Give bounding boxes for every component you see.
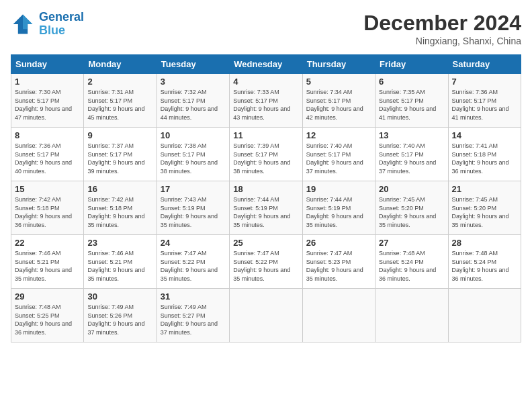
location: Ningxiang, Shanxi, China [363,36,521,46]
calendar-cell [375,289,448,342]
calendar-week-row: 8Sunrise: 7:36 AM Sunset: 5:17 PM Daylig… [11,128,521,181]
day-number: 31 [161,291,226,302]
day-number: 5 [306,77,371,87]
calendar-cell: 11Sunrise: 7:39 AM Sunset: 5:17 PM Dayli… [230,128,302,181]
day-info: Sunrise: 7:35 AM Sunset: 5:17 PM Dayligh… [379,88,444,122]
calendar-table: SundayMondayTuesdayWednesdayThursdayFrid… [11,54,521,342]
day-number: 16 [87,184,152,194]
month-title: December 2024 [363,11,521,36]
day-number: 8 [15,130,80,140]
calendar-cell: 6Sunrise: 7:35 AM Sunset: 5:17 PM Daylig… [375,74,448,128]
day-number: 20 [379,184,444,194]
day-number: 6 [379,77,444,87]
day-number: 17 [161,184,226,194]
page-header: GeneralBlue December 2024 Ningxiang, Sha… [11,11,521,46]
calendar-cell: 13Sunrise: 7:40 AM Sunset: 5:17 PM Dayli… [375,128,448,181]
day-info: Sunrise: 7:44 AM Sunset: 5:19 PM Dayligh… [306,195,371,229]
calendar-cell: 31Sunrise: 7:49 AM Sunset: 5:27 PM Dayli… [157,289,229,342]
calendar-cell [302,289,375,342]
day-number: 15 [15,184,80,194]
weekday-header-thursday: Thursday [302,55,375,74]
weekday-header-monday: Monday [84,55,157,74]
title-block: December 2024 Ningxiang, Shanxi, China [363,11,521,46]
day-number: 7 [452,77,517,87]
calendar-week-row: 1Sunrise: 7:30 AM Sunset: 5:17 PM Daylig… [11,74,521,128]
day-number: 28 [452,238,517,248]
day-number: 10 [161,130,226,140]
calendar-cell: 29Sunrise: 7:48 AM Sunset: 5:25 PM Dayli… [11,289,84,342]
day-info: Sunrise: 7:41 AM Sunset: 5:18 PM Dayligh… [452,142,517,175]
day-info: Sunrise: 7:40 AM Sunset: 5:17 PM Dayligh… [306,142,371,175]
calendar-cell: 28Sunrise: 7:48 AM Sunset: 5:24 PM Dayli… [448,235,521,289]
calendar-cell: 21Sunrise: 7:45 AM Sunset: 5:20 PM Dayli… [448,181,521,235]
calendar-cell: 27Sunrise: 7:48 AM Sunset: 5:24 PM Dayli… [375,235,448,289]
weekday-header-friday: Friday [375,55,448,74]
day-info: Sunrise: 7:46 AM Sunset: 5:21 PM Dayligh… [15,249,80,283]
day-info: Sunrise: 7:37 AM Sunset: 5:17 PM Dayligh… [87,142,152,175]
calendar-cell [448,289,521,342]
weekday-header-tuesday: Tuesday [157,55,229,74]
day-number: 2 [87,77,152,87]
calendar-cell: 10Sunrise: 7:38 AM Sunset: 5:17 PM Dayli… [157,128,229,181]
weekday-header-saturday: Saturday [448,55,521,74]
calendar-cell: 9Sunrise: 7:37 AM Sunset: 5:17 PM Daylig… [84,128,157,181]
day-info: Sunrise: 7:30 AM Sunset: 5:17 PM Dayligh… [15,88,80,122]
calendar-week-row: 22Sunrise: 7:46 AM Sunset: 5:21 PM Dayli… [11,235,521,289]
calendar-cell: 22Sunrise: 7:46 AM Sunset: 5:21 PM Dayli… [11,235,84,289]
day-info: Sunrise: 7:34 AM Sunset: 5:17 PM Dayligh… [306,88,371,122]
calendar-cell: 7Sunrise: 7:36 AM Sunset: 5:17 PM Daylig… [448,74,521,128]
calendar-cell: 14Sunrise: 7:41 AM Sunset: 5:18 PM Dayli… [448,128,521,181]
calendar-cell: 18Sunrise: 7:44 AM Sunset: 5:19 PM Dayli… [230,181,302,235]
calendar-cell: 25Sunrise: 7:47 AM Sunset: 5:22 PM Dayli… [230,235,302,289]
day-info: Sunrise: 7:47 AM Sunset: 5:22 PM Dayligh… [161,249,226,283]
calendar-cell: 1Sunrise: 7:30 AM Sunset: 5:17 PM Daylig… [11,74,84,128]
day-number: 12 [306,130,371,140]
day-info: Sunrise: 7:45 AM Sunset: 5:20 PM Dayligh… [379,195,444,229]
logo: GeneralBlue [11,11,84,38]
day-number: 1 [15,77,80,87]
day-info: Sunrise: 7:48 AM Sunset: 5:24 PM Dayligh… [452,249,517,283]
day-number: 25 [233,238,298,248]
day-info: Sunrise: 7:47 AM Sunset: 5:22 PM Dayligh… [233,249,298,283]
day-info: Sunrise: 7:49 AM Sunset: 5:27 PM Dayligh… [161,303,226,336]
svg-marker-1 [23,14,32,29]
day-number: 11 [233,130,298,140]
day-info: Sunrise: 7:32 AM Sunset: 5:17 PM Dayligh… [161,88,226,122]
day-number: 18 [233,184,298,194]
day-info: Sunrise: 7:43 AM Sunset: 5:19 PM Dayligh… [161,195,226,229]
day-number: 24 [161,238,226,248]
calendar-cell: 26Sunrise: 7:47 AM Sunset: 5:23 PM Dayli… [302,235,375,289]
calendar-cell: 4Sunrise: 7:33 AM Sunset: 5:17 PM Daylig… [230,74,302,128]
day-number: 29 [15,291,80,302]
day-info: Sunrise: 7:36 AM Sunset: 5:17 PM Dayligh… [15,142,80,175]
day-info: Sunrise: 7:49 AM Sunset: 5:26 PM Dayligh… [87,303,152,336]
day-number: 23 [87,238,152,248]
day-number: 21 [452,184,517,194]
day-info: Sunrise: 7:42 AM Sunset: 5:18 PM Dayligh… [87,195,152,229]
calendar-week-row: 29Sunrise: 7:48 AM Sunset: 5:25 PM Dayli… [11,289,521,342]
day-info: Sunrise: 7:44 AM Sunset: 5:19 PM Dayligh… [233,195,298,229]
weekday-header-wednesday: Wednesday [230,55,302,74]
day-info: Sunrise: 7:48 AM Sunset: 5:25 PM Dayligh… [15,303,80,336]
day-info: Sunrise: 7:33 AM Sunset: 5:17 PM Dayligh… [233,88,298,122]
weekday-header-row: SundayMondayTuesdayWednesdayThursdayFrid… [11,55,521,74]
calendar-cell [230,289,302,342]
calendar-cell: 3Sunrise: 7:32 AM Sunset: 5:17 PM Daylig… [157,74,229,128]
day-info: Sunrise: 7:31 AM Sunset: 5:17 PM Dayligh… [87,88,152,122]
day-number: 4 [233,77,298,87]
calendar-cell: 5Sunrise: 7:34 AM Sunset: 5:17 PM Daylig… [302,74,375,128]
day-number: 27 [379,238,444,248]
day-info: Sunrise: 7:45 AM Sunset: 5:20 PM Dayligh… [452,195,517,229]
calendar-cell: 24Sunrise: 7:47 AM Sunset: 5:22 PM Dayli… [157,235,229,289]
calendar-cell: 16Sunrise: 7:42 AM Sunset: 5:18 PM Dayli… [84,181,157,235]
weekday-header-sunday: Sunday [11,55,84,74]
day-info: Sunrise: 7:47 AM Sunset: 5:23 PM Dayligh… [306,249,371,283]
day-info: Sunrise: 7:36 AM Sunset: 5:17 PM Dayligh… [452,88,517,122]
day-number: 22 [15,238,80,248]
calendar-cell: 17Sunrise: 7:43 AM Sunset: 5:19 PM Dayli… [157,181,229,235]
calendar-cell: 30Sunrise: 7:49 AM Sunset: 5:26 PM Dayli… [84,289,157,342]
calendar-cell: 19Sunrise: 7:44 AM Sunset: 5:19 PM Dayli… [302,181,375,235]
calendar-cell: 23Sunrise: 7:46 AM Sunset: 5:21 PM Dayli… [84,235,157,289]
calendar-cell: 2Sunrise: 7:31 AM Sunset: 5:17 PM Daylig… [84,74,157,128]
day-info: Sunrise: 7:39 AM Sunset: 5:17 PM Dayligh… [233,142,298,175]
